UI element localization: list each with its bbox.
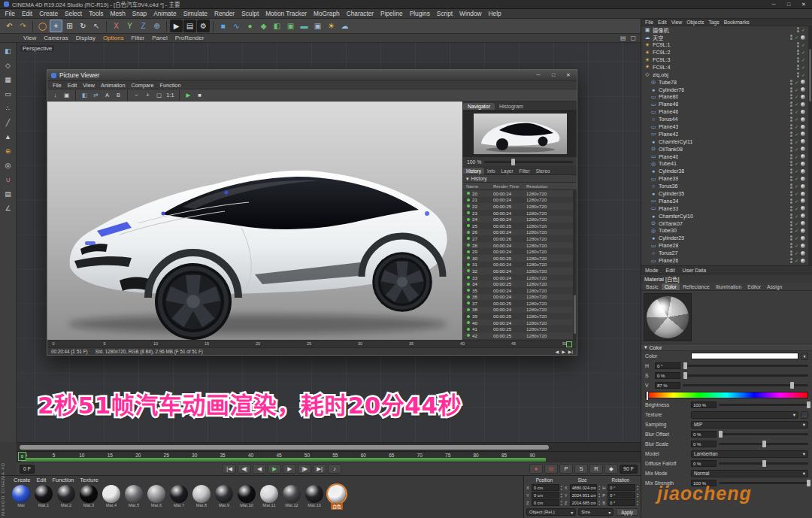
coord-value[interactable]: 0 cm (532, 492, 559, 498)
visibility-dots[interactable] (797, 42, 799, 47)
menu-mograph[interactable]: MoGraph (311, 10, 344, 17)
workplane-lock-icon[interactable]: ▤ (2, 187, 15, 200)
material-tag-icon[interactable] (801, 251, 805, 256)
enabled-check-icon[interactable]: ✓ (795, 243, 798, 248)
render-visibility-dot[interactable] (790, 97, 792, 99)
play-forward-button[interactable]: ▶ (268, 464, 281, 474)
pv-minimize-button[interactable]: ─ (534, 72, 543, 78)
pv-footer-play-button[interactable]: ▶ (562, 349, 565, 354)
viewport-menu-panel[interactable]: Panel (148, 35, 171, 41)
visibility-dots[interactable] (790, 198, 792, 204)
editor-visibility-dot[interactable] (790, 221, 792, 223)
editor-visibility-dot[interactable] (790, 161, 792, 163)
material-item[interactable]: Mat (11, 485, 32, 510)
visibility-dots[interactable] (797, 27, 799, 32)
stepper-icon[interactable]: ▴▾ (637, 485, 638, 491)
history-row[interactable]: 2100:00:241280x720 (463, 197, 577, 204)
material-item[interactable]: Mat.2 (56, 485, 77, 510)
editor-visibility-dot[interactable] (790, 258, 792, 260)
history-section-header[interactable]: ▾ History (463, 175, 577, 183)
app-titlebar[interactable]: CINEMA 4D R19.024 Studio (RC-R19) - [白色汽… (0, 0, 812, 9)
visibility-dots[interactable] (790, 109, 792, 114)
save-image-icon[interactable]: ↓ (50, 90, 60, 100)
editor-visibility-dot[interactable] (790, 214, 792, 216)
autokey-button[interactable]: ◎ (544, 464, 558, 474)
visibility-dots[interactable] (790, 183, 792, 189)
enabled-check-icon[interactable]: ✓ (795, 80, 798, 85)
material-item[interactable]: Mat.9 (214, 485, 235, 510)
object-row[interactable]: ⊙OilTank08✓ (641, 145, 812, 153)
pv-menu-function[interactable]: Function (157, 82, 184, 89)
zoom-out-icon[interactable]: − (132, 90, 141, 100)
render-visibility-dot[interactable] (790, 112, 792, 114)
editor-visibility-dot[interactable] (790, 191, 792, 193)
material-tag-icon[interactable] (801, 229, 805, 233)
viewport-solo-icon[interactable]: ◎ (2, 159, 15, 171)
visibility-dots[interactable] (790, 154, 792, 159)
mm-menu-create[interactable]: Create (11, 477, 34, 483)
visibility-dots[interactable] (797, 50, 799, 55)
mode-mode[interactable]: Mode (641, 268, 662, 273)
editor-visibility-dot[interactable] (790, 183, 792, 186)
object-row[interactable]: ●Cylinder29✓ (641, 235, 812, 242)
x-axis-lock-button[interactable]: X (110, 20, 123, 32)
viewport-menu-filter[interactable]: Filter (127, 35, 148, 41)
pv-menu-compare[interactable]: Compare (128, 82, 156, 89)
boole-button[interactable]: ◧ (271, 20, 283, 32)
render-visibility-dot[interactable] (790, 164, 792, 166)
render-visibility-dot[interactable] (797, 75, 799, 77)
render-visibility-dot[interactable] (790, 201, 792, 204)
editor-visibility-dot[interactable] (797, 27, 799, 29)
make-editable-icon[interactable]: ◧ (2, 44, 15, 57)
enabled-check-icon[interactable]: ✓ (801, 72, 805, 77)
object-row[interactable]: ▭Plane28✓ (641, 242, 812, 250)
prop-dropdown[interactable]: Normal▾ (691, 470, 808, 477)
om-menu-objects[interactable]: Objects (684, 20, 706, 25)
object-row[interactable]: ▭Plane46✓ (641, 108, 812, 116)
material-tag-icon[interactable] (801, 192, 805, 196)
render-visibility-dot[interactable] (790, 135, 792, 137)
hsv-slider-thumb[interactable] (683, 372, 687, 379)
prop-slider-thumb[interactable] (762, 441, 766, 447)
material-tag-icon[interactable] (801, 95, 805, 99)
object-row[interactable]: ●ChamferCyl11✓ (641, 138, 812, 145)
color-swatch[interactable] (691, 353, 798, 359)
history-row[interactable]: 3400:00:251280x720 (463, 280, 577, 287)
material-tag-icon[interactable] (801, 117, 805, 122)
enabled-check-icon[interactable]: ✓ (795, 191, 798, 196)
visibility-dots[interactable] (790, 139, 792, 144)
editor-visibility-dot[interactable] (790, 176, 792, 178)
render-visibility-dot[interactable] (790, 209, 792, 211)
sky-button[interactable]: ☁ (338, 20, 351, 32)
material-tag-icon[interactable] (801, 132, 805, 136)
enabled-check-icon[interactable]: ✓ (795, 198, 798, 204)
enabled-check-icon[interactable]: ✓ (795, 206, 798, 211)
object-row[interactable]: ⊙OilTank07✓ (641, 220, 812, 227)
enabled-check-icon[interactable]: ✓ (795, 235, 798, 241)
mm-menu-texture[interactable]: Texture (77, 477, 102, 483)
timeline-ruler[interactable]: 0 051015202530354045505560657075808590 (17, 452, 552, 462)
editor-visibility-dot[interactable] (797, 42, 799, 44)
history-row[interactable]: 2300:00:241280x720 (463, 210, 577, 217)
material-item[interactable]: Mat.7 (168, 485, 189, 510)
enable-axis-icon[interactable]: ⊕ (2, 144, 15, 157)
material-tag-icon[interactable] (801, 110, 805, 114)
menu-tools[interactable]: Tools (86, 10, 107, 17)
pv-close-button[interactable]: ✕ (564, 72, 573, 78)
visibility-dots[interactable] (790, 161, 792, 166)
prop-value[interactable]: 0 % (691, 441, 717, 447)
pv-menu-view[interactable]: View (80, 82, 98, 89)
prop-value[interactable]: 0 % (691, 431, 717, 438)
light-button[interactable]: ☀ (325, 20, 338, 32)
object-row[interactable]: ▭Plane40✓ (641, 153, 812, 160)
coord-value[interactable]: 0 cm (532, 484, 559, 491)
render-visibility-dot[interactable] (790, 83, 792, 85)
polygons-mode-icon[interactable]: ▲ (2, 130, 15, 143)
render-visibility-dot[interactable] (790, 142, 792, 144)
zoom-slider[interactable] (484, 161, 573, 163)
viewport-menu-display[interactable]: Display (72, 35, 99, 41)
prop-value[interactable]: 100 % (691, 401, 717, 408)
coord-value[interactable]: 0 cm (532, 499, 559, 506)
keyframe-parameter-button[interactable]: ◆ (604, 464, 618, 474)
redo-icon[interactable]: ↷ (17, 20, 29, 32)
